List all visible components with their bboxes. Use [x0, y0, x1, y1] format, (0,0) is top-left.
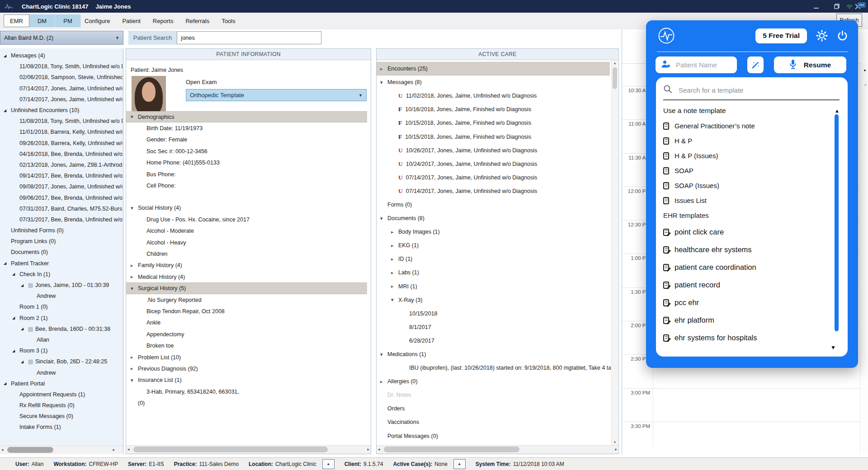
- note-template-item[interactable]: SOAP: [663, 163, 848, 178]
- tree-row[interactable]: Medications (1): [377, 348, 611, 361]
- resume-button[interactable]: Resume: [774, 56, 846, 73]
- tree-row[interactable]: Room 3 (1): [0, 345, 123, 356]
- tree-row[interactable]: 07/31/2017, Bee, Brenda, Unfinished w/o …: [0, 214, 123, 225]
- tree-row[interactable]: 09/08/2017, Jones, Jaime, Unfinished w/o…: [0, 181, 123, 192]
- tree-row[interactable]: Labs (1): [377, 266, 611, 279]
- status-expand-button[interactable]: [453, 459, 466, 469]
- template-search-input[interactable]: [678, 86, 840, 94]
- tree-row[interactable]: Drug Use - Pos. Hx. Cocaine, since 2017: [126, 214, 370, 225]
- tree-row[interactable]: Patient Portal: [0, 378, 123, 389]
- tree-row[interactable]: Family History (4): [126, 260, 370, 271]
- scroll-up-icon[interactable]: ▴: [612, 61, 618, 65]
- tree-row[interactable]: Alcohol - Heavy: [126, 237, 370, 248]
- menu-item[interactable]: Configure: [85, 18, 110, 24]
- tree-row[interactable]: F 10/15/2018, Jones, Jaime, Finished w/o…: [377, 116, 611, 130]
- tree-expand-arrow[interactable]: [4, 381, 11, 385]
- tree-row[interactable]: Previous Diagnosis (92): [126, 363, 370, 374]
- tree-row[interactable]: Allergies (0): [377, 375, 611, 388]
- tree-row[interactable]: 04/16/2018, Bee, Brenda, Unfinished w/o …: [0, 149, 123, 160]
- tree-row[interactable]: Forms (0): [377, 198, 611, 212]
- tree-row[interactable]: Bus Phone:: [126, 169, 370, 180]
- tree-row[interactable]: X-Ray (3): [377, 293, 611, 307]
- ehr-template-item[interactable]: ehr systems for hospitals: [663, 329, 848, 347]
- ehr-template-item[interactable]: patient record: [663, 276, 848, 294]
- tree-expand-arrow[interactable]: [131, 377, 138, 383]
- tree-row[interactable]: Encounters (25): [377, 62, 610, 75]
- tree-expand-arrow[interactable]: [131, 286, 138, 291]
- note-template-item[interactable]: H & P (Issues): [663, 148, 848, 163]
- tree-row[interactable]: 6/28/2017: [377, 334, 611, 348]
- tree-row[interactable]: Messages (4): [0, 50, 123, 61]
- tree-row[interactable]: Check In (1): [0, 269, 123, 280]
- chat-bubble-icon[interactable]: [857, 2, 866, 11]
- tree-row[interactable]: Insurance List (1): [126, 375, 370, 386]
- tree-expand-arrow[interactable]: [21, 360, 28, 364]
- tree-row[interactable]: Intake Forms (1): [0, 422, 123, 432]
- tree-expand-arrow[interactable]: [4, 108, 11, 113]
- tree-row[interactable]: 02/13/2018, Jones, Jaime, Z98.1-Arthrode…: [0, 160, 123, 170]
- tree-expand-arrow[interactable]: [12, 316, 19, 320]
- tree-expand-arrow[interactable]: [380, 379, 387, 385]
- tree-row[interactable]: Allan: [0, 334, 123, 345]
- patient-name-field[interactable]: [656, 56, 737, 73]
- tree-row[interactable]: Social History (4): [126, 202, 370, 214]
- scrollbar-thumb[interactable]: [384, 446, 519, 452]
- tree-row[interactable]: Appointment Requests (1): [0, 389, 123, 400]
- collapse-up-icon[interactable]: ▲: [835, 108, 840, 113]
- tree-row[interactable]: 3-Hab, Primary, 653418240, 663031,: [126, 386, 370, 397]
- note-template-item[interactable]: Issues List: [663, 193, 848, 208]
- scroll-left-icon[interactable]: ◂: [127, 447, 130, 451]
- tree-row[interactable]: 8/1/2017: [377, 320, 611, 334]
- note-template-item[interactable]: H & P: [663, 133, 848, 148]
- tree-row[interactable]: Vaccinations: [377, 415, 611, 429]
- tree-expand-arrow[interactable]: [131, 354, 138, 360]
- tree-row[interactable]: F 10/16/2018, Jones, Jaime, Finished w/o…: [377, 103, 611, 116]
- schedule-time-slot[interactable]: 3:00 PM: [622, 388, 860, 422]
- scroll-up-icon[interactable]: ˄: [864, 83, 867, 87]
- status-expand-button[interactable]: [322, 459, 335, 469]
- tree-expand-arrow[interactable]: [131, 366, 138, 371]
- schedule-time-slot[interactable]: 3:30 PM: [622, 422, 860, 446]
- menu-item[interactable]: Patient: [122, 18, 140, 24]
- tree-expand-arrow[interactable]: [391, 283, 398, 289]
- tree-row[interactable]: 10/15/2018: [377, 307, 611, 320]
- tree-row[interactable]: Body Images (1): [377, 225, 611, 239]
- sidebar-horizontal-scrollbar[interactable]: ◂ ▸: [0, 446, 123, 454]
- tree-expand-arrow[interactable]: [391, 270, 398, 276]
- tree-expand-arrow[interactable]: [21, 327, 28, 331]
- scroll-right-icon[interactable]: ▸: [113, 447, 115, 452]
- tree-expand-arrow[interactable]: [391, 256, 398, 262]
- tree-row[interactable]: Problem List (10): [126, 352, 370, 363]
- tree-row[interactable]: Cell Phone:: [126, 180, 370, 191]
- scroll-down-icon[interactable]: ▼: [830, 344, 836, 351]
- appointment-area[interactable]: [653, 422, 860, 446]
- tree-expand-arrow[interactable]: [131, 205, 138, 211]
- tree-row[interactable]: 09/26/2018, Barrera, Kelly, Unfinished w…: [0, 138, 123, 149]
- tree-row[interactable]: Room 2 (1): [0, 313, 123, 324]
- tree-row[interactable]: Room 1 (0): [0, 301, 123, 312]
- tree-row[interactable]: Andrew: [0, 291, 123, 301]
- schedule-vertical-scrollbar[interactable]: [860, 63, 868, 454]
- patient-info-horizontal-scrollbar[interactable]: ◂ ▸: [126, 445, 371, 454]
- tree-row[interactable]: IBU (ibuprofen), (last: 10/26/2018) star…: [377, 361, 611, 375]
- patient-search-input[interactable]: [177, 31, 321, 44]
- tree-row[interactable]: Program Links (0): [0, 236, 123, 247]
- tree-row[interactable]: EKG (1): [377, 239, 611, 252]
- tree-expand-arrow[interactable]: [391, 243, 398, 249]
- tree-row[interactable]: U 10/26/2017, Jones, Jaime, Unfinished w…: [377, 144, 611, 157]
- tree-row[interactable]: 07/14/2017, Jones, Jaime, Unfinished w/o…: [0, 83, 123, 94]
- tree-row[interactable]: Rx Refill Requests (0): [0, 400, 123, 411]
- tree-row[interactable]: MRI (1): [377, 280, 611, 293]
- template-list-scrollbar[interactable]: [835, 114, 839, 331]
- tree-row[interactable]: (0): [126, 397, 370, 409]
- tree-row[interactable]: F 10/15/2018, Jones, Jaime, Finished w/o…: [377, 130, 611, 143]
- menu-item[interactable]: Tools: [222, 18, 235, 24]
- scroll-left-icon[interactable]: ◂: [378, 447, 380, 451]
- provider-dropdown[interactable]: Allan Baird M.D. (2) ▼: [0, 31, 123, 45]
- exam-template-dropdown[interactable]: Orthopedic Template ▼: [186, 89, 367, 101]
- tree-expand-arrow[interactable]: [380, 216, 387, 221]
- scroll-right-icon[interactable]: ▸: [367, 447, 369, 451]
- module-tab[interactable]: DM: [29, 14, 55, 27]
- tree-expand-arrow[interactable]: [12, 272, 19, 276]
- tree-expand-arrow[interactable]: [391, 297, 398, 303]
